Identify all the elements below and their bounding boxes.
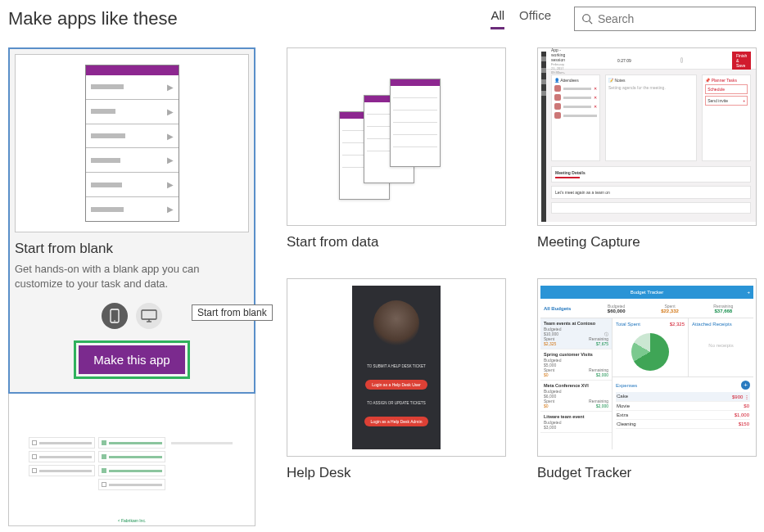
card-title-meeting: Meeting Capture (537, 234, 757, 250)
template-card-helpdesk[interactable]: TO SUBMIT A HELP DESK TICKET Login as a … (287, 278, 506, 481)
card-desc-blank: Get hands-on with a blank app you can cu… (15, 262, 249, 291)
onboarding-footer: < Fabrikam Inc. (25, 516, 238, 525)
search-input[interactable] (598, 12, 748, 25)
card-title-helpdesk: Help Desk (287, 465, 506, 481)
layout-phone-button[interactable] (102, 303, 128, 329)
template-card-from-data[interactable]: Start from data (287, 47, 506, 250)
preview-helpdesk: TO SUBMIT A HELP DESK TICKET Login as a … (287, 278, 506, 457)
col-notes-label: 📝 Notes (608, 78, 694, 83)
tooltip-blank: Start from blank (192, 304, 273, 321)
template-card-blank[interactable]: ▶ ▶ ▶ ▶ ▶ ▶ Start from blank Get hands-o… (8, 47, 255, 394)
meeting-timer: 0:27:09 (617, 58, 631, 63)
add-expense-icon: + (741, 381, 750, 390)
desktop-icon (141, 309, 157, 322)
layout-tablet-button[interactable] (136, 303, 162, 329)
tab-all[interactable]: All (490, 8, 504, 29)
svg-line-1 (590, 21, 593, 25)
preview-blank: ▶ ▶ ▶ ▶ ▶ ▶ (15, 54, 249, 232)
svg-rect-4 (142, 310, 156, 319)
svg-point-0 (583, 15, 590, 22)
helpdesk-user-button: Login as a Help Desk User (365, 380, 427, 390)
col-attendees-label: 👤 Attendees (554, 78, 597, 83)
make-app-highlight: Make this app (74, 340, 189, 379)
meeting-header-title: Publish a Sample App - working session (551, 47, 568, 62)
make-this-app-button[interactable]: Make this app (79, 345, 184, 374)
preview-budget: Budget Tracker+ All Budgets Budgeted$60,… (537, 278, 757, 457)
pie-chart-icon (631, 333, 669, 371)
meeting-save-button: Finish & Save (732, 52, 751, 70)
tabs: All Office (490, 8, 551, 29)
template-card-budget[interactable]: Budget Tracker+ All Budgets Budgeted$60,… (537, 278, 757, 481)
col-tasks-label: 📌 Planner Tasks (705, 78, 748, 83)
helpdesk-admin-button: Login as a Help Desk Admin (364, 417, 429, 426)
preview-from-data (287, 47, 506, 226)
tab-office[interactable]: Office (519, 8, 551, 29)
preview-meeting: Publish a Sample App - working session F… (537, 47, 757, 226)
plus-icon: + (747, 290, 750, 295)
search-icon (581, 13, 593, 25)
card-title-from-data: Start from data (287, 234, 506, 250)
card-title-blank: Start from blank (15, 241, 249, 257)
search-box[interactable] (574, 7, 756, 31)
phone-icon (110, 309, 120, 323)
card-title-budget: Budget Tracker (537, 465, 757, 481)
template-card-meeting[interactable]: Publish a Sample App - working session F… (537, 47, 757, 250)
svg-point-3 (114, 321, 115, 322)
page-title: Make apps like these (8, 8, 490, 29)
